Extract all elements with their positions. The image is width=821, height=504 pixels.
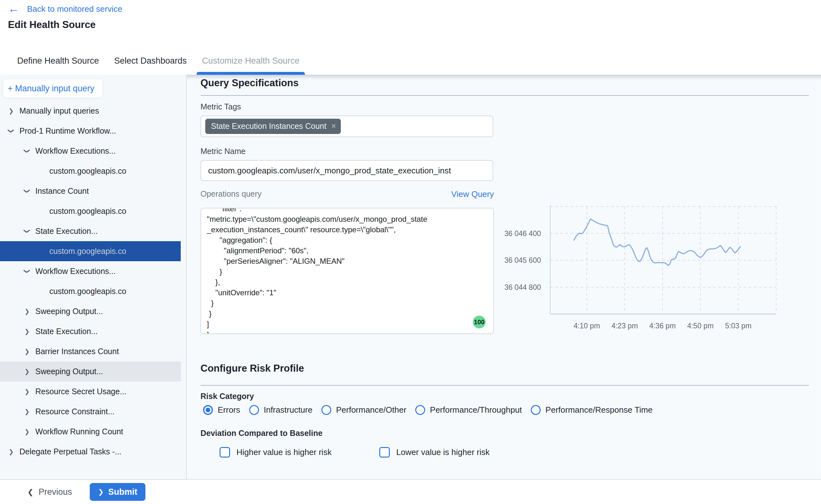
submit-button[interactable]: ❯ Submit bbox=[90, 483, 145, 501]
radio-label: Errors bbox=[218, 405, 240, 415]
tree-item-barrier-instances-count[interactable]: ❯Barrier Instances Count bbox=[0, 341, 181, 361]
chevron-down-icon[interactable]: ❯ bbox=[24, 147, 31, 155]
deviation-options: Higher value is higher riskLower value i… bbox=[220, 447, 490, 458]
checkbox-icon[interactable] bbox=[220, 447, 230, 458]
tree-item-state-execution[interactable]: ❯State Execution... bbox=[0, 321, 181, 341]
chevron-right-icon: ❯ bbox=[98, 488, 104, 496]
page-title: Edit Health Source bbox=[8, 19, 96, 31]
tree-item-label: custom.googleapis.co bbox=[49, 166, 126, 176]
tree-item-state-execution[interactable]: ❯State Execution... bbox=[0, 221, 181, 241]
tree-item-label: Prod-1 Runtime Workflow... bbox=[19, 126, 116, 136]
chevron-right-icon[interactable]: ❯ bbox=[23, 308, 31, 315]
radio-performance-other[interactable]: Performance/Other bbox=[321, 405, 406, 415]
radio-label: Performance/Response Time bbox=[545, 405, 653, 415]
tree-item-workflow-executions[interactable]: ❯Workflow Executions... bbox=[0, 141, 181, 161]
x-tick-label: 4:50 pm bbox=[687, 322, 713, 330]
deviation-label: Deviation Compared to Baseline bbox=[200, 429, 322, 438]
metric-name-input[interactable]: custom.googleapis.com/user/x_mongo_prod_… bbox=[200, 160, 493, 181]
metric-preview-chart: 36 046 40036 045 60036 044 8004:10 pm4:2… bbox=[503, 204, 786, 340]
tree-item-label: Workflow Running Count bbox=[35, 427, 123, 436]
metric-tags-label: Metric Tags bbox=[200, 102, 241, 111]
tree-item-workflow-executions[interactable]: ❯Workflow Executions... bbox=[0, 261, 181, 281]
back-link-label: Back to monitored service bbox=[27, 4, 122, 14]
tree-item-workflow-running-count[interactable]: ❯Workflow Running Count bbox=[0, 422, 181, 442]
radio-errors[interactable]: Errors bbox=[203, 405, 240, 415]
tree-item-instance-count[interactable]: ❯Instance Count bbox=[0, 181, 181, 201]
operations-query-label: Operations query bbox=[200, 189, 262, 199]
x-tick-label: 4:10 pm bbox=[573, 322, 600, 330]
query-tree: ❯Manually input queries❯Prod-1 Runtime W… bbox=[0, 101, 186, 462]
x-tick-label: 5:03 pm bbox=[725, 322, 751, 330]
tab-customize-health-source[interactable]: Customize Health Source bbox=[194, 47, 307, 75]
risk-category-options: ErrorsInfrastructurePerformance/OtherPer… bbox=[203, 405, 653, 415]
y-tick-label: 36 045 600 bbox=[504, 256, 541, 264]
chevron-down-icon[interactable]: ❯ bbox=[24, 227, 31, 235]
chevron-down-icon[interactable]: ❯ bbox=[24, 267, 31, 276]
chevron-down-icon[interactable]: ❯ bbox=[24, 187, 31, 195]
tree-item-label: Resource Constraint... bbox=[35, 407, 115, 416]
checkbox-higher-value-is-higher-risk[interactable]: Higher value is higher risk bbox=[220, 447, 332, 458]
tree-item-label: Barrier Instances Count bbox=[35, 347, 119, 356]
chevron-left-icon: ❮ bbox=[27, 488, 33, 496]
operations-query-textarea[interactable]: "filter": "metric.type=\"custom.googleap… bbox=[200, 208, 494, 334]
checkbox-lower-value-is-higher-risk[interactable]: Lower value is higher risk bbox=[379, 447, 489, 458]
tree-item-resource-constraint[interactable]: ❯Resource Constraint... bbox=[0, 402, 181, 422]
section-divider bbox=[200, 95, 809, 96]
query-sidebar: + Manually input query ❯Manually input q… bbox=[0, 75, 187, 479]
tree-item-custom-googleapis-co[interactable]: custom.googleapis.co bbox=[0, 241, 181, 261]
risk-category-label: Risk Category bbox=[200, 392, 254, 401]
chevron-right-icon[interactable]: ❯ bbox=[23, 388, 31, 395]
checkbox-label: Higher value is higher risk bbox=[236, 447, 332, 457]
tree-item-resource-secret-usage[interactable]: ❯Resource Secret Usage... bbox=[0, 381, 181, 402]
radio-unselected-icon[interactable] bbox=[531, 405, 541, 415]
previous-button-label: Previous bbox=[39, 487, 72, 497]
metric-tags-input[interactable]: State Execution Instances Count × bbox=[200, 115, 493, 137]
section-divider bbox=[200, 385, 809, 386]
radio-unselected-icon[interactable] bbox=[249, 405, 259, 415]
chevron-right-icon[interactable]: ❯ bbox=[23, 368, 31, 375]
chevron-right-icon[interactable]: ❯ bbox=[23, 428, 31, 435]
remove-tag-icon[interactable]: × bbox=[332, 122, 336, 130]
radio-unselected-icon[interactable] bbox=[321, 405, 331, 415]
metric-tag-chip: State Execution Instances Count × bbox=[205, 119, 341, 134]
tree-item-sweeping-output[interactable]: ❯Sweeping Output... bbox=[0, 301, 181, 321]
tree-item-manually-input-queries[interactable]: ❯Manually input queries bbox=[0, 101, 181, 121]
tree-item-label: custom.googleapis.co bbox=[49, 247, 126, 256]
x-tick-label: 4:36 pm bbox=[649, 322, 676, 330]
radio-performance-throughput[interactable]: Performance/Throughput bbox=[415, 405, 522, 415]
tree-item-label: Workflow Executions... bbox=[35, 146, 116, 156]
radio-label: Performance/Other bbox=[336, 405, 406, 415]
view-query-link[interactable]: View Query bbox=[451, 189, 494, 199]
tree-item-delegate-perpetual-tasks[interactable]: ❯Delegate Perpetual Tasks -... bbox=[0, 442, 181, 462]
tree-item-prod-1-runtime-workflow[interactable]: ❯Prod-1 Runtime Workflow... bbox=[0, 121, 181, 141]
previous-button[interactable]: ❮ Previous bbox=[27, 487, 72, 497]
submit-button-label: Submit bbox=[108, 487, 137, 497]
back-link[interactable]: ← Back to monitored service bbox=[8, 4, 122, 14]
tab-bar: Define Health SourceSelect DashboardsCus… bbox=[0, 47, 821, 75]
tab-select-dashboards[interactable]: Select Dashboards bbox=[107, 47, 194, 75]
chevron-right-icon[interactable]: ❯ bbox=[23, 408, 31, 415]
tree-item-label: Sweeping Output... bbox=[35, 307, 103, 316]
tree-item-label: Workflow Executions... bbox=[35, 267, 116, 276]
y-tick-label: 36 044 800 bbox=[504, 283, 541, 291]
chevron-right-icon[interactable]: ❯ bbox=[7, 107, 15, 115]
radio-infrastructure[interactable]: Infrastructure bbox=[249, 405, 312, 415]
chevron-right-icon[interactable]: ❯ bbox=[7, 448, 15, 455]
page-header: ← Back to monitored service Edit Health … bbox=[0, 0, 821, 47]
chevron-right-icon[interactable]: ❯ bbox=[23, 328, 31, 335]
tree-item-custom-googleapis-co[interactable]: custom.googleapis.co bbox=[0, 201, 181, 221]
tree-item-custom-googleapis-co[interactable]: custom.googleapis.co bbox=[0, 161, 181, 181]
add-manual-query-button[interactable]: + Manually input query bbox=[3, 79, 102, 98]
tree-item-sweeping-output[interactable]: ❯Sweeping Output... bbox=[0, 361, 181, 381]
content-area: + Manually input query ❯Manually input q… bbox=[0, 75, 821, 479]
chevron-right-icon[interactable]: ❯ bbox=[23, 348, 31, 355]
radio-unselected-icon[interactable] bbox=[415, 405, 425, 415]
checkbox-icon[interactable] bbox=[379, 447, 390, 458]
tab-define-health-source[interactable]: Define Health Source bbox=[10, 47, 107, 75]
radio-performance-response-time[interactable]: Performance/Response Time bbox=[531, 405, 653, 415]
metric-name-label: Metric Name bbox=[200, 147, 246, 156]
tree-item-custom-googleapis-co[interactable]: custom.googleapis.co bbox=[0, 281, 181, 301]
radio-selected-icon[interactable] bbox=[203, 405, 213, 415]
tree-item-label: Instance Count bbox=[35, 186, 89, 196]
chevron-down-icon[interactable]: ❯ bbox=[8, 127, 15, 135]
